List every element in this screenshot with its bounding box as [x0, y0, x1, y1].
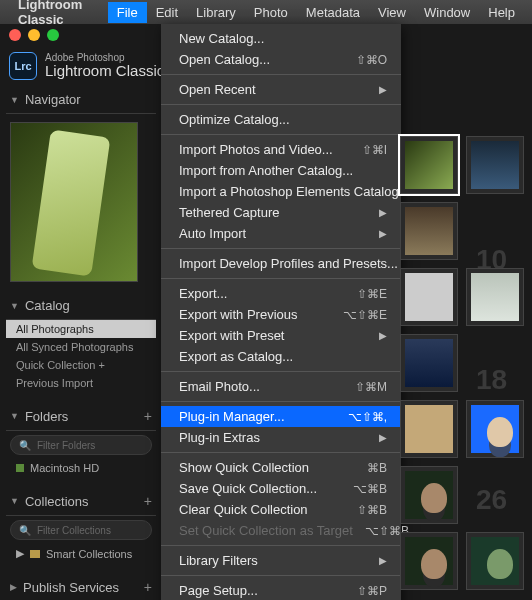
zoom-icon[interactable] [47, 29, 59, 41]
menu-item-label: Tethered Capture [179, 205, 279, 220]
submenu-arrow-icon: ▶ [379, 330, 387, 341]
thumb-cell[interactable] [466, 532, 524, 590]
folders-panel: ▼ Folders + 🔍 Filter Folders Macintosh H… [6, 402, 156, 477]
navigator-preview[interactable] [10, 122, 138, 282]
menu-separator [161, 545, 401, 546]
catalog-item-synced[interactable]: All Synced Photographs [6, 338, 156, 356]
thumb-cell[interactable] [400, 202, 458, 260]
menu-metadata[interactable]: Metadata [297, 2, 369, 23]
menu-item[interactable]: Import a Photoshop Elements Catalog... [161, 181, 401, 202]
menu-item-label: Save Quick Collection... [179, 481, 317, 496]
thumb-cell[interactable] [400, 400, 458, 458]
folders-title: Folders [25, 409, 68, 424]
app-name[interactable]: Lightroom Classic [18, 0, 98, 27]
menu-separator [161, 371, 401, 372]
grid-index: 26 [476, 484, 507, 516]
catalog-panel: ▼ Catalog All Photographs All Synced Pho… [6, 292, 156, 392]
menu-file[interactable]: File [108, 2, 147, 23]
menu-separator [161, 134, 401, 135]
menu-item-label: Export with Previous [179, 307, 298, 322]
menu-item[interactable]: Tethered Capture▶ [161, 202, 401, 223]
catalog-item-all[interactable]: All Photographs [6, 320, 156, 338]
menu-shortcut: ⇧⌘P [345, 584, 387, 598]
catalog-item-prev[interactable]: Previous Import [6, 374, 156, 392]
thumb-cell[interactable] [400, 268, 458, 326]
thumb-cell[interactable] [466, 400, 524, 458]
add-publish-icon[interactable]: + [144, 579, 152, 595]
navigator-title: Navigator [25, 92, 81, 107]
menu-item[interactable]: New Catalog... [161, 28, 401, 49]
menu-separator [161, 452, 401, 453]
filter-collections-placeholder: Filter Collections [37, 525, 111, 536]
publish-title: Publish Services [23, 580, 119, 595]
menu-help[interactable]: Help [479, 2, 524, 23]
add-folder-icon[interactable]: + [144, 408, 152, 424]
folders-header[interactable]: ▼ Folders + [6, 402, 156, 431]
menu-item[interactable]: Export as Catalog... [161, 346, 401, 367]
menu-window[interactable]: Window [415, 2, 479, 23]
menu-library[interactable]: Library [187, 2, 245, 23]
menu-item-label: Plug-in Manager... [179, 409, 285, 424]
grid-index: 18 [476, 364, 507, 396]
search-icon: 🔍 [19, 440, 31, 451]
thumb-cell[interactable] [400, 466, 458, 524]
catalog-item-quick[interactable]: Quick Collection + [6, 356, 156, 374]
menu-item-label: Open Recent [179, 82, 256, 97]
thumb-cell[interactable] [400, 136, 458, 194]
menu-item[interactable]: Plug-in Extras▶ [161, 427, 401, 448]
left-sidebar: ▼ Navigator ▼ Catalog All Photographs Al… [6, 86, 156, 600]
menu-item[interactable]: Import Develop Profiles and Presets... [161, 253, 401, 274]
filter-folders-placeholder: Filter Folders [37, 440, 95, 451]
menu-shortcut: ⌥⇧⌘E [331, 308, 387, 322]
menu-shortcut: ⌥⇧⌘, [336, 410, 387, 424]
system-menubar: Lightroom Classic File Edit Library Phot… [0, 0, 532, 24]
folder-disk[interactable]: Macintosh HD [6, 459, 156, 477]
menu-edit[interactable]: Edit [147, 2, 187, 23]
thumb-cell[interactable] [400, 532, 458, 590]
menu-shortcut: ⇧⌘B [345, 503, 387, 517]
menu-item[interactable]: Clear Quick Collection⇧⌘B [161, 499, 401, 520]
smart-collections[interactable]: ▶ Smart Collections [6, 544, 156, 563]
menu-view[interactable]: View [369, 2, 415, 23]
menu-photo[interactable]: Photo [245, 2, 297, 23]
menu-item[interactable]: Auto Import▶ [161, 223, 401, 244]
menu-item[interactable]: Import Photos and Video...⇧⌘I [161, 139, 401, 160]
collections-header[interactable]: ▼ Collections + [6, 487, 156, 516]
chevron-down-icon: ▼ [10, 496, 19, 506]
menu-item[interactable]: Import from Another Catalog... [161, 160, 401, 181]
thumb-cell[interactable] [400, 334, 458, 392]
thumb-cell[interactable] [466, 268, 524, 326]
thumb-cell[interactable] [466, 136, 524, 194]
menu-item[interactable]: Export with Previous⌥⇧⌘E [161, 304, 401, 325]
filter-collections-input[interactable]: 🔍 Filter Collections [10, 520, 152, 540]
menu-item-label: Auto Import [179, 226, 246, 241]
minimize-icon[interactable] [28, 29, 40, 41]
menu-item[interactable]: Export...⇧⌘E [161, 283, 401, 304]
chevron-down-icon: ▼ [10, 411, 19, 421]
disk-icon [16, 464, 24, 472]
add-collection-icon[interactable]: + [144, 493, 152, 509]
filter-folders-input[interactable]: 🔍 Filter Folders [10, 435, 152, 455]
catalog-header[interactable]: ▼ Catalog [6, 292, 156, 320]
menu-item[interactable]: Email Photo...⇧⌘M [161, 376, 401, 397]
menu-item[interactable]: Save Quick Collection...⌥⌘B [161, 478, 401, 499]
menu-item-label: Export... [179, 286, 227, 301]
publish-header[interactable]: ▶ Publish Services + [6, 573, 156, 600]
menu-item-label: Page Setup... [179, 583, 258, 598]
menu-item[interactable]: Export with Preset▶ [161, 325, 401, 346]
close-icon[interactable] [9, 29, 21, 41]
menu-item-label: New Catalog... [179, 31, 264, 46]
navigator-header[interactable]: ▼ Navigator [6, 86, 156, 114]
collection-set-icon [30, 550, 40, 558]
menu-item[interactable]: Page Setup...⇧⌘P [161, 580, 401, 600]
menu-item[interactable]: Show Quick Collection⌘B [161, 457, 401, 478]
app-brand: Lrc Adobe Photoshop Lightroom Classic [9, 52, 164, 80]
menu-item-label: Email Photo... [179, 379, 260, 394]
publish-panel: ▶ Publish Services + [6, 573, 156, 600]
menu-item[interactable]: Open Catalog...⇧⌘O [161, 49, 401, 70]
menu-item[interactable]: Optimize Catalog... [161, 109, 401, 130]
menu-item[interactable]: Library Filters▶ [161, 550, 401, 571]
menu-item[interactable]: Open Recent▶ [161, 79, 401, 100]
menu-item[interactable]: Plug-in Manager...⌥⇧⌘, [161, 406, 401, 427]
menu-shortcut: ⇧⌘I [350, 143, 387, 157]
